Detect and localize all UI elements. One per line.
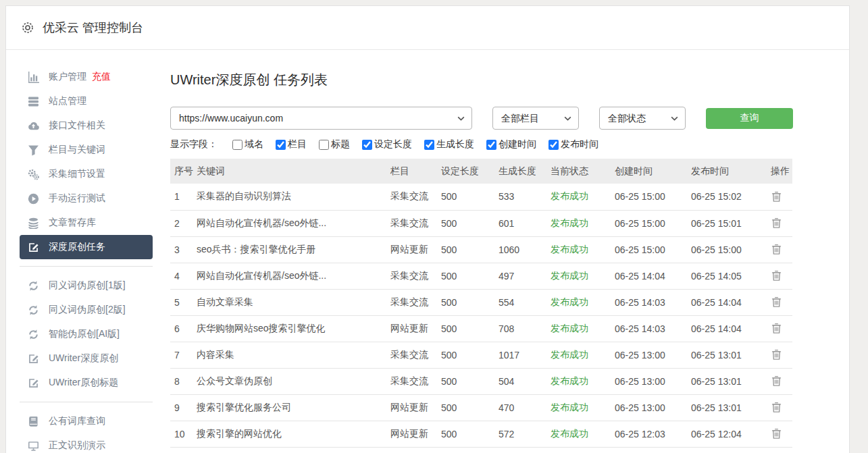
checkbox-label: 发布时间 [561, 138, 598, 151]
cell-category: 采集交流 [390, 263, 441, 289]
col-gen-length: 生成长度 [499, 159, 551, 184]
col-set-length: 设定长度 [441, 159, 499, 184]
query-button[interactable]: 查询 [706, 108, 793, 129]
sidebar-item-manual-test[interactable]: 手动运行测试 [20, 186, 153, 211]
delete-icon[interactable] [771, 323, 782, 334]
sidebar-item-account[interactable]: 账户管理 充值 [20, 65, 153, 89]
cell-gen-length: 497 [499, 263, 551, 289]
table-row: 6 庆华购物网站seo搜索引擎优化 网站更新 500 708 发布成功 06-2… [170, 315, 792, 342]
app-window: 优采云 管理控制台 账户管理 充值 站点管理 接口文件相关 [5, 5, 850, 453]
field-checkbox-category[interactable]: 栏目 [276, 138, 307, 151]
cell-keyword: 搜索引擎优化服务公司 [197, 394, 390, 421]
sidebar-item-label: 采集细节设置 [49, 168, 105, 180]
sidebar-item-label: 接口文件相关 [49, 119, 105, 132]
sidebar-item-columns-keywords[interactable]: 栏目与关键词 [20, 138, 153, 162]
col-no: 序号 [170, 159, 197, 184]
status-badge: 发布成功 [551, 421, 615, 447]
cell-no: 9 [170, 394, 197, 421]
sidebar-item-public-thesaurus[interactable]: 公有词库查询 [20, 409, 153, 433]
status-badge: 发布成功 [551, 315, 615, 342]
column-select[interactable]: 全部栏目 [492, 107, 579, 130]
sidebar-item-article-cache[interactable]: 文章暂存库 [20, 211, 153, 235]
delete-icon[interactable] [771, 349, 782, 361]
cell-set-length: 500 [441, 263, 499, 289]
sidebar-item-synonym-v2[interactable]: 同义词伪原创[2版] [20, 298, 153, 322]
cell-no: 1 [170, 184, 197, 210]
sidebar-item-smart-ai[interactable]: 智能伪原创[AI版] [20, 322, 153, 346]
checkbox-input[interactable] [548, 140, 559, 150]
sidebar-item-content-recognition[interactable]: 正文识别演示 [20, 433, 153, 453]
table-row: 8 公众号文章伪原创 采集交流 500 504 发布成功 06-25 13:00… [170, 368, 792, 394]
cell-actions [771, 342, 792, 368]
site-select[interactable]: https://www.ucaiyun.com [170, 107, 472, 130]
delete-icon[interactable] [771, 375, 782, 387]
checkbox-input[interactable] [424, 140, 434, 150]
delete-icon[interactable] [771, 191, 782, 203]
cell-published: 06-25 15:00 [691, 236, 771, 263]
cell-no: 8 [170, 368, 197, 394]
sidebar-item-uwriter-title[interactable]: UWriter原创标题 [20, 371, 153, 395]
cell-published: 06-25 14:04 [691, 289, 771, 315]
col-published: 发布时间 [691, 159, 771, 184]
cell-created: 06-25 14:03 [615, 315, 691, 342]
cell-set-length: 500 [441, 421, 499, 447]
cell-keyword: 内容采集 [197, 342, 390, 368]
checkbox-label: 标题 [331, 138, 350, 151]
delete-icon[interactable] [771, 296, 782, 308]
checkbox-input[interactable] [232, 140, 242, 150]
status-badge: 发布成功 [551, 263, 615, 289]
checkbox-input[interactable] [362, 140, 372, 150]
field-checkbox-set-length[interactable]: 设定长度 [362, 138, 412, 151]
field-checkbox-published[interactable]: 发布时间 [548, 138, 598, 151]
sidebar-item-label: UWriter深度原创 [49, 352, 118, 365]
main-content: UWriter深度原创 任务列表 https://www.ucaiyun.com… [170, 50, 849, 453]
cell-created: 06-25 13:00 [615, 368, 691, 394]
sidebar-item-synonym-v1[interactable]: 同义词伪原创[1版] [20, 273, 153, 298]
cell-no: 2 [170, 210, 197, 236]
monitor-icon [28, 440, 39, 452]
checkbox-input[interactable] [276, 140, 286, 150]
delete-icon[interactable] [771, 428, 782, 439]
display-fields-row: 显示字段： 域名 栏目 标题 设定长度 生成长度 创建时间 发布时间 [170, 138, 849, 151]
delete-icon[interactable] [771, 402, 782, 413]
cell-set-length: 500 [441, 315, 499, 342]
sidebar-item-interface-files[interactable]: 接口文件相关 [20, 113, 153, 138]
field-checkbox-title[interactable]: 标题 [319, 138, 350, 151]
sidebar-item-sites[interactable]: 站点管理 [20, 89, 153, 113]
field-checkbox-created[interactable]: 创建时间 [486, 138, 536, 151]
app-header: 优采云 管理控制台 [6, 6, 849, 50]
column-select-wrap: 全部栏目 [492, 107, 579, 130]
cell-gen-length: 533 [499, 184, 551, 210]
sidebar-item-collect-settings[interactable]: 采集细节设置 [20, 162, 153, 186]
sidebar-item-label: 栏目与关键词 [49, 144, 105, 156]
sidebar-item-label: 手动运行测试 [49, 192, 105, 205]
edit-icon [28, 377, 39, 389]
cell-gen-length: 554 [499, 289, 551, 315]
table-row: 3 seo兵书：搜索引擎优化手册 网站更新 500 1060 发布成功 06-2… [170, 236, 792, 263]
delete-icon[interactable] [771, 270, 782, 282]
table-row: 5 自动文章采集 采集交流 500 554 发布成功 06-25 14:03 0… [170, 289, 792, 315]
field-checkbox-domain[interactable]: 域名 [232, 138, 263, 151]
app-title: 优采云 管理控制台 [43, 20, 143, 36]
cell-keyword: 网站自动化宣传机器/seo外链... [197, 210, 390, 236]
edit-icon [28, 353, 39, 365]
sidebar-item-label: 同义词伪原创[2版] [49, 304, 126, 316]
recharge-badge[interactable]: 充值 [92, 71, 111, 83]
cell-set-length: 500 [441, 236, 499, 263]
cell-created: 06-25 13:00 [615, 394, 691, 421]
cell-no: 3 [170, 236, 197, 263]
sidebar-item-uwriter-deep[interactable]: UWriter深度原创 [20, 346, 153, 371]
sidebar-item-deep-original-tasks[interactable]: 深度原创任务 [20, 235, 153, 259]
delete-icon[interactable] [771, 217, 782, 229]
page-title: UWriter深度原创 任务列表 [170, 70, 849, 89]
cell-keyword: 自动文章采集 [197, 289, 390, 315]
status-select[interactable]: 全部状态 [599, 107, 686, 130]
cell-category: 采集交流 [390, 184, 441, 210]
cell-keyword: seo兵书：搜索引擎优化手册 [197, 236, 390, 263]
checkbox-label: 栏目 [288, 138, 307, 151]
field-checkbox-gen-length[interactable]: 生成长度 [424, 138, 474, 151]
delete-icon[interactable] [771, 244, 782, 255]
checkbox-input[interactable] [486, 140, 496, 150]
checkbox-input[interactable] [319, 140, 329, 150]
table-row: 9 搜索引擎优化服务公司 网站更新 500 470 发布成功 06-25 13:… [170, 394, 792, 421]
